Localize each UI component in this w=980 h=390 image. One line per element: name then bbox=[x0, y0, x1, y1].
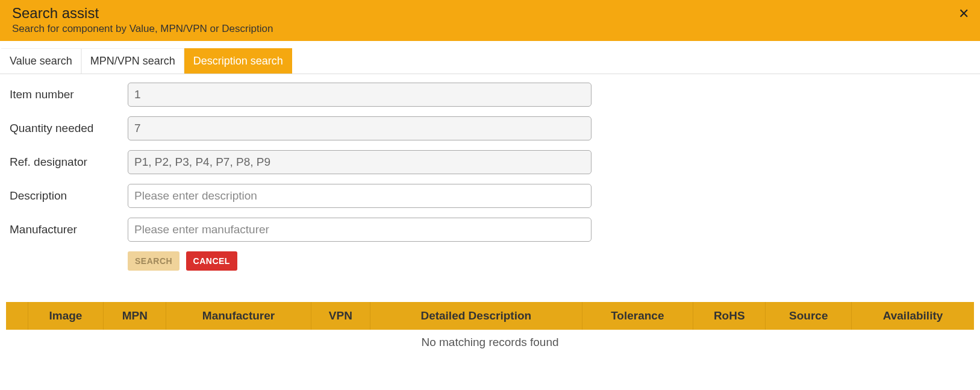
col-availability: Availability bbox=[852, 302, 974, 330]
table-empty-row: No matching records found bbox=[6, 330, 974, 355]
empty-message: No matching records found bbox=[6, 330, 974, 355]
tab-mpn-vpn-search[interactable]: MPN/VPN search bbox=[81, 48, 184, 74]
col-rohs: RoHS bbox=[693, 302, 766, 330]
search-form: Item number Quantity needed Ref. designa… bbox=[0, 74, 980, 278]
col-select bbox=[6, 302, 28, 330]
cancel-button[interactable]: CANCEL bbox=[186, 251, 237, 271]
tabs: Value search MPN/VPN search Description … bbox=[0, 48, 980, 74]
col-image: Image bbox=[28, 302, 104, 330]
close-icon[interactable]: ✕ bbox=[958, 6, 969, 22]
dialog-title: Search assist bbox=[12, 5, 968, 22]
col-tolerance: Tolerance bbox=[582, 302, 693, 330]
item-number-label: Item number bbox=[10, 88, 128, 101]
dialog-subtitle: Search for component by Value, MPN/VPN o… bbox=[12, 23, 968, 35]
results-table: Image MPN Manufacturer VPN Detailed Desc… bbox=[6, 302, 974, 355]
quantity-needed-input[interactable] bbox=[128, 116, 591, 140]
ref-designator-label: Ref. designator bbox=[10, 156, 128, 169]
description-input[interactable] bbox=[128, 184, 591, 208]
ref-designator-input[interactable] bbox=[128, 150, 591, 174]
tab-description-search[interactable]: Description search bbox=[184, 48, 292, 74]
col-detailed-description: Detailed Description bbox=[370, 302, 582, 330]
quantity-needed-label: Quantity needed bbox=[10, 122, 128, 135]
col-vpn: VPN bbox=[311, 302, 370, 330]
dialog-header: Search assist Search for component by Va… bbox=[0, 0, 980, 41]
col-manufacturer: Manufacturer bbox=[166, 302, 311, 330]
description-label: Description bbox=[10, 189, 128, 203]
col-mpn: MPN bbox=[104, 302, 166, 330]
table-header-row: Image MPN Manufacturer VPN Detailed Desc… bbox=[6, 302, 974, 330]
item-number-input[interactable] bbox=[128, 83, 591, 107]
tab-value-search[interactable]: Value search bbox=[1, 48, 81, 74]
manufacturer-input[interactable] bbox=[128, 218, 591, 242]
col-source: Source bbox=[766, 302, 852, 330]
manufacturer-label: Manufacturer bbox=[10, 223, 128, 236]
search-button[interactable]: SEARCH bbox=[128, 251, 179, 271]
